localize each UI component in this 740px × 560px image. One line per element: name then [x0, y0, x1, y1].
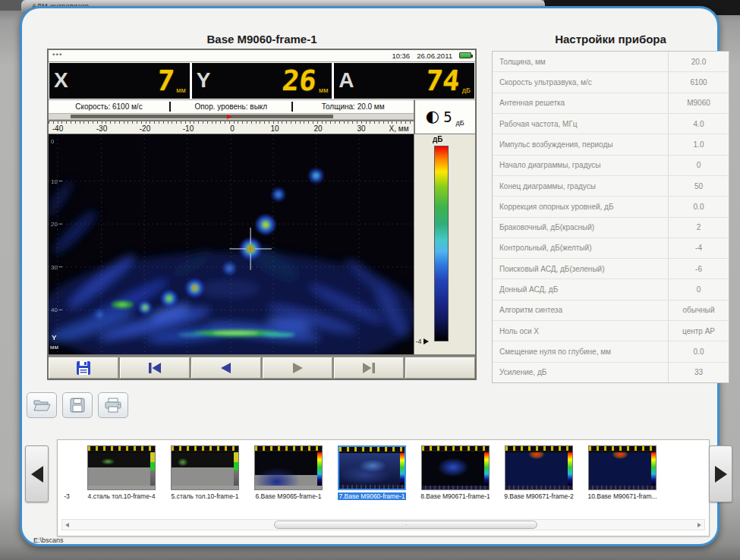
frame-thumbnail [254, 445, 323, 490]
scrollbar-left-arrow-icon[interactable] [65, 523, 69, 527]
contrast-value: 5 [443, 109, 452, 125]
last-frame-button[interactable] [334, 357, 404, 379]
setting-name: Начало диаграммы, градусы [493, 156, 668, 175]
x-axis: -40 -30 -20 -10 0 10 20 30 X, мм [49, 120, 414, 134]
ref-level-readout: Опор. уровень: выкл [171, 102, 291, 111]
filmstrip-scroll-right-button[interactable] [709, 445, 732, 502]
open-button[interactable] [27, 392, 57, 418]
x-tick: 10 [270, 124, 279, 133]
filmstrip-item[interactable]: 6.Base M9065-frame-1 [252, 445, 325, 500]
filmstrip-item[interactable]: 4.сталь тол.10-frame-4 [85, 445, 158, 500]
frame-title: Base M9060-frame-1 [47, 33, 477, 46]
readout-x: X 7 мм [49, 63, 190, 99]
setting-name: Антенная решетка [493, 93, 668, 113]
frame-thumbnail [171, 445, 239, 490]
setting-value: 4.0 [668, 114, 729, 134]
colorbar-unit-label: дБ [414, 135, 461, 143]
setting-name: Донный АСД, дБ [493, 279, 668, 299]
bscan-image[interactable]: 0 10 20 30 40 Y мм [49, 134, 414, 354]
setting-name: Импульс возбуждения, периоды [493, 134, 668, 154]
settings-row: Рабочая частота, МГц4.0 [493, 114, 729, 134]
y-tick: 20 [51, 221, 58, 228]
battery-icon [459, 52, 471, 58]
save-frame-button[interactable] [49, 357, 118, 379]
photo-dark-area-left [0, 0, 23, 11]
settings-row: Донный АСД, дБ0 [493, 279, 729, 300]
frame-label: 9.Base M90671-frame-2 [504, 492, 574, 500]
frame-transport-bar [49, 354, 475, 379]
readout-a-label: A [339, 70, 354, 91]
filmstrip-panel: -3 4.сталь тол.10-frame-4 5.сталь тол.10… [57, 439, 710, 536]
settings-row: Конец диаграммы, градусы50 [493, 176, 729, 197]
filmstrip-scroll-left-button[interactable] [25, 445, 49, 502]
settings-table: Толщина, мм20.0 Скорость ультразвука, м/… [492, 51, 729, 383]
filmstrip-item[interactable]: 5.сталь тол.10-frame-1 [168, 445, 241, 500]
position-indicator-bar [49, 113, 414, 120]
scan-area-row: 0 10 20 30 40 Y мм [49, 134, 475, 354]
setting-name: Конец диаграммы, градусы [493, 176, 668, 196]
x-axis-unit-label: X, мм [389, 124, 409, 133]
y-tick: 40 [51, 307, 58, 313]
filmstrip-item[interactable]: 9.Base M90671-frame-2 [502, 445, 575, 500]
filmstrip-item[interactable]: -3 [59, 445, 74, 500]
prev-frame-button[interactable] [191, 357, 261, 379]
frame-label: 4.сталь тол.10-frame-4 [88, 492, 156, 500]
marker-asterisks: *** [52, 52, 63, 59]
readout-amplitude: A 74 дБ [334, 63, 474, 99]
settings-row: Алгоритм синтезаобычный [493, 300, 729, 321]
setting-value: 6100 [668, 72, 729, 92]
setting-value: 0 [668, 279, 729, 299]
contrast-button[interactable]: ◐ 5 дБ [414, 100, 475, 134]
settings-row: Усиление, дБ33 [493, 363, 729, 382]
triangle-left-icon [31, 466, 43, 483]
readout-y: Y 26 мм [192, 63, 332, 99]
frame-label: 6.Base M9065-frame-1 [256, 492, 322, 500]
frame-thumbnail [338, 445, 406, 490]
setting-value: -4 [668, 238, 729, 258]
setting-value: 50 [668, 176, 729, 196]
info-bar: Скорость: 6100 м/с Опор. уровень: выкл Т… [49, 100, 414, 113]
file-toolbar [27, 392, 128, 418]
first-frame-button[interactable] [120, 357, 190, 379]
triangle-right-icon [715, 466, 727, 483]
setting-value: обычный [668, 300, 729, 320]
scrollbar-right-arrow-icon[interactable] [697, 523, 701, 527]
filmstrip-item[interactable]: 8.Base M90671-frame-1 [419, 445, 492, 500]
clock-area: 10:36 26.06.2011 [392, 52, 471, 60]
print-button[interactable] [98, 392, 128, 418]
filmstrip-item[interactable]: 10.Base M90671-fram... [586, 445, 659, 500]
setting-value: 0 [668, 156, 729, 175]
svg-text:Y: Y [52, 333, 57, 341]
position-marker-red [227, 115, 232, 119]
readout-y-value: 26 [281, 67, 317, 95]
settings-row: Начало диаграммы, градусы0 [493, 156, 729, 176]
y-tick: 10 [51, 178, 58, 184]
play-left-icon [219, 362, 233, 374]
save-button[interactable] [62, 392, 93, 418]
thickness-readout: Толщина: 20.0 мм [293, 102, 414, 111]
setting-name: Скорость ультразвука, м/с [493, 72, 668, 92]
svg-text:мм: мм [50, 344, 58, 351]
colorbar-min-value: -4 [416, 338, 422, 345]
contrast-unit: дБ [456, 119, 464, 127]
setting-value: 1.0 [668, 134, 729, 154]
setting-name: Поисковый АСД, дБ(зеленый) [493, 259, 668, 278]
filmstrip-item-selected[interactable]: 7.Base M9060-frame-1 [335, 445, 408, 500]
skip-to-start-icon [146, 362, 164, 374]
frame-thumbnail [588, 445, 657, 490]
scrollbar-thumb[interactable] [274, 521, 537, 529]
settings-row: Контрольный, дБ(желтый)-4 [493, 238, 729, 259]
filmstrip-scrollbar[interactable] [61, 519, 705, 530]
blank-button[interactable] [405, 357, 475, 379]
position-range-segment [71, 115, 333, 118]
setting-name: Алгоритм синтеза [493, 300, 668, 320]
bscan-svg: 0 10 20 30 40 Y мм [49, 134, 414, 354]
setting-value: 0.0 [668, 341, 729, 361]
speed-readout: Скорость: 6100 м/с [49, 102, 169, 111]
frame-label: 5.сталь тол.10-frame-1 [172, 492, 239, 500]
frame-thumbnail [505, 445, 573, 490]
readout-x-unit: мм [176, 87, 185, 94]
next-frame-button[interactable] [263, 357, 332, 379]
settings-row: Толщина, мм20.0 [493, 52, 729, 72]
x-tick: -20 [140, 124, 150, 133]
